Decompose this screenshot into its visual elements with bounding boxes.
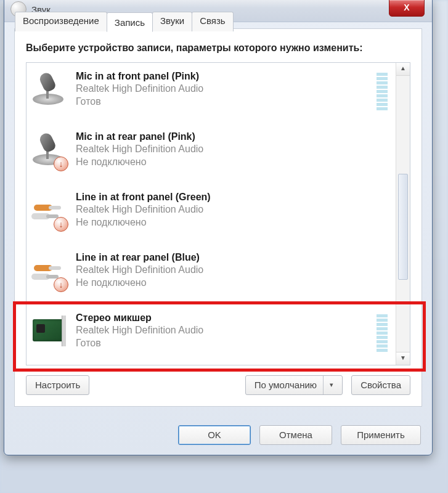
apply-button[interactable]: Применить xyxy=(341,425,421,445)
tab-sounds[interactable]: Звуки xyxy=(152,12,192,31)
instruction-text: Выберите устройство записи, параметры ко… xyxy=(26,41,410,55)
not-plugged-overlay-icon xyxy=(54,217,68,232)
not-plugged-overlay-icon xyxy=(54,277,68,292)
device-list[interactable]: Mic in at front panel (Pink)Realtek High… xyxy=(26,62,410,365)
device-status: Готов xyxy=(76,337,377,350)
tab-communications[interactable]: Связь xyxy=(192,12,233,31)
dialog-button-bar: OK Отмена Применить xyxy=(4,417,432,455)
svg-rect-1 xyxy=(49,206,61,210)
close-button[interactable]: X xyxy=(389,0,425,17)
device-name: Line in at front panel (Green) xyxy=(76,191,391,204)
tab-playback[interactable]: Воспроизведение xyxy=(15,12,107,31)
level-meter xyxy=(377,314,388,353)
sound-card-icon xyxy=(30,312,66,352)
device-item[interactable]: Стерео микшерRealtek High Definition Aud… xyxy=(26,304,396,365)
device-driver: Realtek High Definition Audio xyxy=(76,143,391,156)
scroll-down-button[interactable]: ▼ xyxy=(396,352,410,365)
device-status: Не подключено xyxy=(76,277,391,290)
device-name: Line in at rear panel (Blue) xyxy=(76,251,391,264)
device-text: Mic in at front panel (Pink)Realtek High… xyxy=(76,70,377,108)
device-status: Не подключено xyxy=(76,216,391,229)
device-status: Готов xyxy=(76,96,377,108)
line-in-jack-icon xyxy=(30,251,66,292)
device-name: Mic in at rear panel (Pink) xyxy=(76,131,391,144)
set-default-button[interactable]: По умолчанию xyxy=(245,375,343,395)
microphone-icon xyxy=(30,131,66,171)
tab-recording[interactable]: Запись xyxy=(107,12,153,32)
device-driver: Realtek High Definition Audio xyxy=(76,203,391,216)
scroll-thumb[interactable] xyxy=(398,174,408,280)
device-item[interactable]: Line in at front panel (Green)Realtek Hi… xyxy=(26,184,396,244)
sound-dialog: Звук X Воспроизведение Запись Звуки Связ… xyxy=(4,0,433,455)
line-in-jack-icon xyxy=(30,191,66,232)
tab-strip: Воспроизведение Запись Звуки Связь xyxy=(15,11,233,31)
device-name: Mic in at front panel (Pink) xyxy=(76,70,377,83)
configure-button[interactable]: Настроить xyxy=(26,375,89,395)
device-status: Не подключено xyxy=(76,156,391,169)
level-meter xyxy=(377,73,388,112)
device-driver: Realtek High Definition Audio xyxy=(76,264,391,277)
not-plugged-overlay-icon xyxy=(54,157,68,171)
scroll-up-button[interactable]: ▲ xyxy=(396,63,410,76)
device-driver: Realtek High Definition Audio xyxy=(76,324,377,337)
device-name: Стерео микшер xyxy=(76,312,377,325)
dialog-body: Воспроизведение Запись Звуки Связь Выбер… xyxy=(14,28,422,407)
device-item[interactable]: Mic in at rear panel (Pink)Realtek High … xyxy=(26,123,396,184)
device-text: Стерео микшерRealtek High Definition Aud… xyxy=(76,312,377,350)
cancel-button[interactable]: Отмена xyxy=(259,425,332,445)
device-item[interactable]: Mic in at front panel (Pink)Realtek High… xyxy=(26,63,396,123)
device-text: Line in at rear panel (Blue)Realtek High… xyxy=(76,251,391,290)
scrollbar[interactable]: ▲ ▼ xyxy=(396,63,410,365)
device-driver: Realtek High Definition Audio xyxy=(76,83,377,96)
device-button-row: Настроить По умолчанию Свойства xyxy=(26,375,410,395)
properties-button[interactable]: Свойства xyxy=(351,375,410,395)
device-text: Line in at front panel (Green)Realtek Hi… xyxy=(76,191,391,229)
device-item[interactable]: Line in at rear panel (Blue)Realtek High… xyxy=(26,244,396,304)
ok-button[interactable]: OK xyxy=(178,425,251,445)
microphone-icon xyxy=(30,70,66,111)
svg-rect-5 xyxy=(49,266,61,270)
device-text: Mic in at rear panel (Pink)Realtek High … xyxy=(76,131,391,169)
